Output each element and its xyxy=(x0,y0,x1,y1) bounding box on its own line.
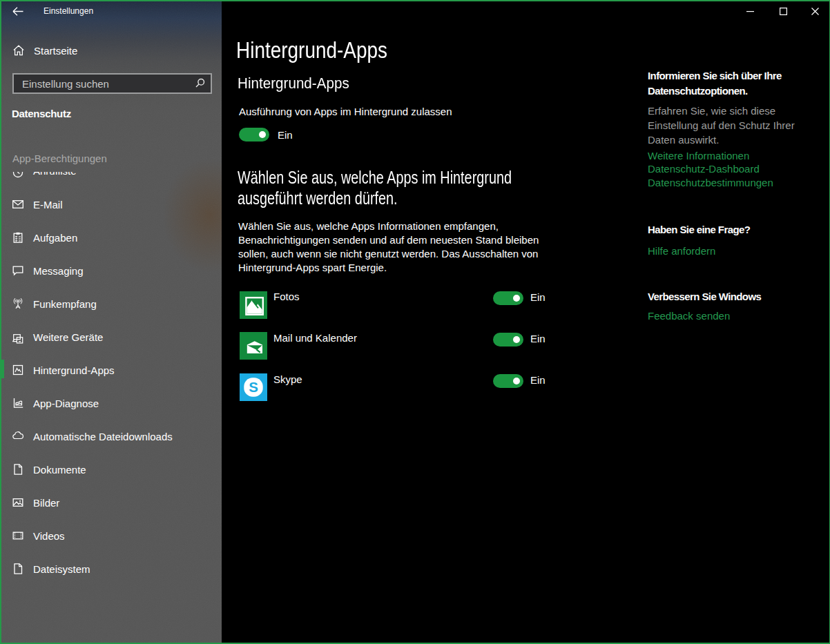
svg-text:S: S xyxy=(249,379,258,395)
